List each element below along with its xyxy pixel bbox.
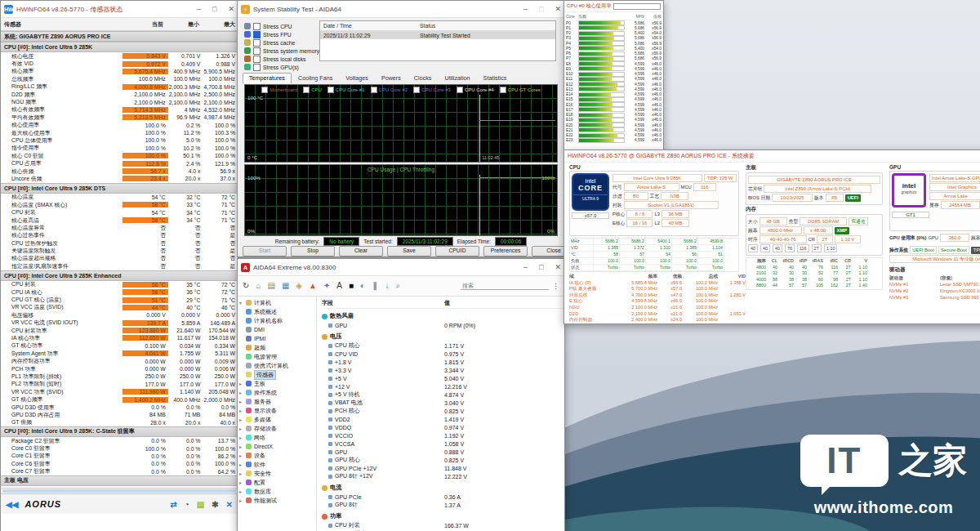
toolbar-icon[interactable]: ⌂ [256, 281, 261, 291]
panel-row[interactable]: +1.8 V1.815 V [322, 358, 564, 366]
minimize-icon[interactable]: – [197, 5, 201, 13]
panel-row[interactable]: GPU 核心0.825 V [322, 456, 564, 464]
core-usage-row[interactable]: E11 4,599 x46.0 [564, 77, 663, 82]
tree-expand-icon[interactable]: ▸ [238, 381, 243, 386]
tree-expand-icon[interactable]: ▸ [238, 417, 243, 422]
sst-button[interactable]: CPUID [435, 246, 479, 257]
legend-item[interactable]: CPU Core #4 [457, 87, 494, 93]
tree-item[interactable]: ▾ 计算机 [238, 298, 316, 307]
tree-item[interactable]: ▸ 网络 [238, 433, 316, 442]
tree-expand-icon[interactable]: ▾ [238, 300, 243, 306]
tree-expand-icon[interactable]: ▸ [238, 426, 243, 431]
sensor-row[interactable]: PL1 功率限制 (持续)250.0 W250.0 W250.0 W [1, 373, 238, 380]
close-icon[interactable]: ✕ [228, 5, 234, 13]
tree-item[interactable]: ▸ 多媒体 [238, 415, 316, 424]
toolbar-icon[interactable]: ⌕ [396, 281, 401, 291]
toolbar-icon[interactable]: ↓ [385, 281, 390, 291]
panel-row[interactable]: VCCSA1.058 V [322, 440, 564, 448]
sensor-group-header[interactable]: 系统: GIGABYTE Z890 AORUS PRO ICE [1, 31, 238, 42]
tree-item[interactable]: 超频 [238, 343, 316, 352]
tree-item[interactable]: ▸ 数据库 [238, 487, 316, 496]
toolbar-icon[interactable]: ■ [349, 281, 354, 291]
hwinfo-sensors-titlebar[interactable]: HW HWiNFO64 v8.26-5770 - 传感器状态 –□✕ [1, 1, 238, 18]
sst-log-list[interactable]: Date / Time Status 2025/11/3 11:02:29 St… [319, 20, 556, 61]
sensor-row[interactable]: GPU D3D 使用率0.0 %0.0 %0.0 % [1, 404, 238, 411]
stress-checkbox[interactable] [253, 31, 261, 38]
sensor-row[interactable]: PL2 功率限制 (短时)177.0 W177.0 W177.0 W [1, 381, 238, 388]
stress-item[interactable]: Stress GPU(s) [244, 63, 319, 71]
panel-row[interactable]: +5 V 待机4.874 V [322, 390, 564, 399]
tree-item[interactable]: ▸ 软件 [238, 460, 316, 469]
tree-item[interactable]: ▸ 显示设备 [238, 406, 316, 415]
sensor-row[interactable]: 核心温度超出规格否否否 [1, 255, 238, 262]
panel-button-icon[interactable] [613, 3, 662, 10]
panel-row[interactable]: VDDQ0.974 V [322, 423, 564, 431]
sensor-row[interactable]: PCH 功率0.000 W0.000 W0.006 W [1, 365, 238, 373]
close-icon[interactable]: ✕ [555, 263, 561, 271]
sst-tab[interactable]: Statistics [477, 73, 514, 83]
panel-row[interactable]: GPU0 RPM (0%) [322, 321, 564, 329]
sensor-row[interactable]: 关键温度限制触发否否是 [1, 247, 238, 254]
panel-row[interactable]: CPU VID0.975 V [322, 350, 564, 358]
stress-checkbox[interactable] [253, 47, 261, 55]
statusbar-icon[interactable]: ⇄ [170, 500, 176, 509]
panel-row[interactable]: CPU 封装166.37 W [322, 521, 564, 529]
legend-checkbox[interactable] [261, 87, 268, 93]
panel-row[interactable]: GPU 8针 +12V12.222 V [322, 472, 564, 480]
core-usage-row[interactable]: P2 5,400 x54.0 [564, 31, 663, 36]
close-icon[interactable]: ✕ [555, 5, 561, 13]
sensor-row[interactable]: NGU 频率2,100.0 MHz2,100.0 MHz2,100.0 MHz [1, 98, 238, 105]
core-usage-row[interactable]: P1 5,686 x56.9 [564, 25, 663, 30]
panel-row[interactable]: VDD21.419 V [322, 415, 564, 423]
tree-item[interactable]: ▸ 安全性 [238, 469, 316, 478]
sensor-row[interactable]: 核心温度异常否否否 [1, 224, 238, 231]
tree-item[interactable]: DMI [238, 325, 316, 334]
sensor-row[interactable]: D2D 频率2,100.0 MHz2,100.0 MHz2,500.0 MHz [1, 91, 238, 98]
rewind-icon[interactable]: ◀◀ [6, 500, 18, 509]
maximize-icon[interactable]: □ [539, 263, 543, 271]
sst-tab[interactable]: Temperatures [243, 73, 292, 83]
stress-item[interactable]: Stress FPU [244, 30, 319, 38]
tree-item[interactable]: 计算机名称 [238, 316, 316, 325]
core-usage-row[interactable]: E8 4,599 x46.0 [564, 61, 663, 66]
tree-item[interactable]: 便携式计算机 [238, 361, 316, 370]
core-usage-row[interactable]: P3 5,686 x56.9 [564, 36, 663, 41]
sst-tab[interactable]: Clocks [408, 73, 439, 83]
sensor-row[interactable]: Core C7 驻留率0.0 %0.0 %64.2 % [1, 468, 238, 475]
tree-expand-icon[interactable]: ▸ [238, 444, 243, 449]
tree-expand-icon[interactable]: ▸ [238, 462, 243, 467]
panel-row[interactable]: VBAT 电池3.040 V [322, 399, 564, 407]
sensor-row[interactable]: GPU D3D 内存占用84 MB71 MB84 MB [1, 411, 238, 418]
sensor-row[interactable]: 核心 C0 驻留100.0 %50.1 %100.0 % [1, 152, 238, 159]
sensor-row[interactable]: CPU GT 核心 (温度)51 °C29 °C71 °C [1, 296, 238, 303]
tree-item[interactable]: IPMI [238, 334, 316, 343]
legend-item[interactable]: CPU Core #3 [413, 87, 451, 93]
minimize-icon[interactable]: – [523, 263, 528, 271]
stress-checkbox[interactable] [253, 39, 261, 47]
core-usage-row[interactable]: P5 5,400 x54.0 [564, 46, 663, 51]
sensor-row[interactable]: CPU IA 核心58 °C36 °C72 °C [1, 288, 238, 296]
sensor-row[interactable]: Package C2 驻留率0.0 %0.0 %13.7 % [1, 437, 238, 444]
tree-expand-icon[interactable]: ▸ [238, 480, 243, 485]
tree-item[interactable]: ▸ 操作系统 [238, 388, 316, 397]
tree-expand-icon[interactable]: ▸ [238, 390, 243, 395]
legend-item[interactable]: Motherboard [261, 87, 297, 93]
sst-titlebar[interactable]: ⚡ System Stability Test - AIDA64 –□✕ [238, 1, 564, 18]
sensor-row[interactable]: 核心最高温58 °C34 °C71 °C [1, 216, 238, 224]
sensor-row[interactable]: 核心使用率100.0 %0.2 %100.0 % [1, 122, 238, 129]
sensor-row[interactable]: 核心温度 (SMAX 核心)58 °C33 °C71 °C [1, 201, 238, 208]
sensor-row[interactable]: GT 倍频28.0 x20.0 x40.0 x [1, 419, 238, 426]
tree-item[interactable]: ▸ DirectX [238, 442, 316, 451]
stress-item[interactable]: Stress system memory [244, 47, 319, 55]
tree-item[interactable]: ▸ 主板 [238, 379, 316, 388]
legend-item[interactable]: CPU Core #2 [371, 87, 408, 93]
sensor-group-header[interactable]: CPU [#0]: Intel Core Ultra 9 285K: C-Sta… [1, 426, 238, 437]
sensor-group-header[interactable]: 主板 电压 [1, 475, 238, 486]
sensor-row[interactable]: 内存控制器功率0.000 W0.000 W0.009 W [1, 357, 238, 364]
sensor-row[interactable]: Core C6 驻留率0.0 %0.0 %100.0 % [1, 460, 238, 467]
tree-item[interactable]: 系统概述 [238, 307, 316, 316]
core-usage-row[interactable]: P4 5,686 x56.9 [564, 41, 663, 46]
core-usage-row[interactable]: E12 4,599 x46.0 [564, 82, 663, 87]
stress-checkbox[interactable] [253, 23, 261, 30]
core-usage-row[interactable]: P7 5,686 x56.9 [564, 56, 663, 61]
